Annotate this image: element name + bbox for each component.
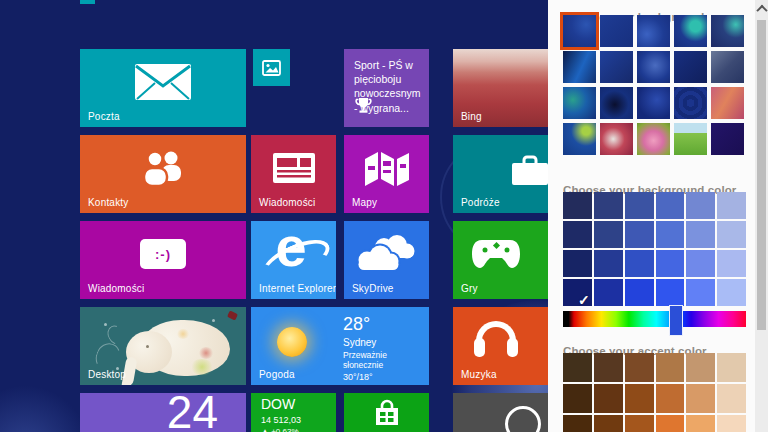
tile-photos-small[interactable] — [253, 49, 290, 86]
background-thumbnail[interactable] — [600, 123, 633, 155]
accent-color-swatch[interactable] — [563, 415, 592, 432]
scrollbar-thumb[interactable] — [757, 20, 766, 330]
accent-color-swatch[interactable] — [563, 384, 592, 413]
photo-icon — [253, 49, 290, 86]
tile-poczta[interactable]: Poczta — [80, 49, 246, 127]
background-color-swatch[interactable] — [563, 221, 592, 248]
background-thumbnail[interactable] — [637, 87, 670, 119]
tile-muzyka[interactable]: Muzyka — [453, 307, 548, 385]
tile-kalendarz[interactable]: 24 — [80, 393, 246, 432]
background-color-swatch[interactable] — [686, 192, 715, 219]
suitcase-icon — [510, 155, 548, 191]
accent-color-swatch[interactable] — [625, 353, 654, 382]
tile-skydrive[interactable]: SkyDrive — [344, 221, 429, 299]
background-thumbnail[interactable] — [674, 15, 707, 47]
tile-label: Bing — [461, 111, 482, 122]
background-thumbnail[interactable] — [674, 87, 707, 119]
tile-kontakty[interactable]: Kontakty — [80, 135, 246, 213]
hue-slider-handle[interactable] — [669, 305, 683, 336]
accent-color-swatch[interactable] — [717, 415, 746, 432]
tile-mapy[interactable]: Mapy — [344, 135, 429, 213]
background-thumbnail[interactable] — [600, 87, 633, 119]
tile-pogoda[interactable]: 28° Sydney Przeważnie słonecznie 30°/18°… — [251, 307, 429, 385]
background-thumbnail[interactable] — [563, 87, 596, 119]
background-thumbnail[interactable] — [600, 51, 633, 83]
background-color-swatch[interactable] — [594, 192, 623, 219]
tile-sklep[interactable] — [344, 393, 429, 432]
background-thumbnail[interactable] — [674, 51, 707, 83]
tile-finanse[interactable]: DOW 14 512,03 ▲ +0,63% — [251, 393, 336, 432]
accent-color-swatch[interactable] — [594, 353, 623, 382]
accent-color-swatch[interactable] — [625, 415, 654, 432]
accent-color-grid — [563, 353, 746, 432]
tile-podroze[interactable]: Podróże — [453, 135, 548, 213]
scroll-up-button[interactable] — [755, 0, 768, 18]
background-color-swatch[interactable] — [563, 250, 592, 277]
tile-wiadomosci-news[interactable]: Wiadomości — [251, 135, 336, 213]
background-thumbnail[interactable] — [563, 51, 596, 83]
background-thumbnail[interactable] — [563, 123, 596, 155]
background-color-swatch[interactable] — [686, 221, 715, 248]
background-color-swatch[interactable] — [563, 192, 592, 219]
background-thumbnail[interactable] — [637, 51, 670, 83]
background-color-swatch[interactable] — [594, 279, 623, 306]
background-color-swatch[interactable] — [717, 221, 746, 248]
accent-color-swatch[interactable] — [686, 415, 715, 432]
tile-label: Wiadomości — [259, 197, 315, 208]
background-color-swatch[interactable] — [656, 279, 685, 306]
background-color-swatch[interactable]: ✓ — [563, 279, 592, 306]
background-color-swatch[interactable] — [656, 221, 685, 248]
scrollbar[interactable] — [755, 0, 768, 432]
background-thumbnail[interactable] — [600, 15, 633, 47]
background-color-swatch[interactable] — [594, 221, 623, 248]
background-thumbnail[interactable] — [637, 123, 670, 155]
background-thumbnail[interactable] — [711, 51, 744, 83]
accent-color-swatch[interactable] — [717, 353, 746, 382]
tile-desktop[interactable]: Desktop — [80, 307, 246, 385]
background-decoration-circle — [0, 385, 90, 432]
accent-color-swatch[interactable] — [594, 415, 623, 432]
background-color-swatch[interactable] — [717, 279, 746, 306]
accent-color-swatch[interactable] — [686, 384, 715, 413]
background-color-swatch[interactable] — [686, 250, 715, 277]
accent-color-swatch[interactable] — [656, 353, 685, 382]
tile-sport-news[interactable]: Sport - PŚ w pięcioboju nowoczesnym - wy… — [344, 49, 429, 127]
weather-high-low: 30°/18° — [343, 372, 429, 382]
tile-wiadomosci-messaging[interactable]: :-) Wiadomości — [80, 221, 246, 299]
background-color-swatch[interactable] — [717, 250, 746, 277]
background-color-swatch[interactable] — [625, 192, 654, 219]
background-color-swatch[interactable] — [686, 279, 715, 306]
tile-label: Gry — [461, 283, 478, 294]
finance-summary: DOW 14 512,03 ▲ +0,63% — [261, 396, 301, 432]
tile-gry[interactable]: Gry — [453, 221, 548, 299]
accent-color-swatch[interactable] — [656, 384, 685, 413]
background-thumbnail[interactable] — [563, 15, 596, 47]
background-thumbnail[interactable] — [637, 15, 670, 47]
background-color-swatch[interactable] — [656, 250, 685, 277]
accent-color-swatch[interactable] — [563, 353, 592, 382]
partial-tile-fragment — [80, 0, 95, 4]
background-color-swatch[interactable] — [656, 192, 685, 219]
tile-alarmy[interactable] — [453, 393, 548, 432]
emoticon: :-) — [155, 247, 171, 262]
accent-color-swatch[interactable] — [594, 384, 623, 413]
tile-bing[interactable]: Bing — [453, 49, 548, 127]
sun-icon — [277, 327, 307, 357]
weather-summary: 28° Sydney Przeważnie słonecznie 30°/18° — [343, 314, 429, 382]
background-color-swatch[interactable] — [625, 221, 654, 248]
background-color-swatch[interactable] — [625, 279, 654, 306]
background-color-swatch[interactable] — [717, 192, 746, 219]
background-color-swatch[interactable] — [625, 250, 654, 277]
hue-slider-bar[interactable] — [563, 311, 746, 327]
background-thumbnail[interactable] — [711, 123, 744, 155]
background-thumbnail[interactable] — [711, 87, 744, 119]
accent-color-swatch[interactable] — [625, 384, 654, 413]
accent-color-swatch[interactable] — [656, 415, 685, 432]
background-color-swatch[interactable] — [594, 250, 623, 277]
accent-color-swatch[interactable] — [686, 353, 715, 382]
tile-label: Poczta — [88, 111, 120, 122]
accent-color-swatch[interactable] — [717, 384, 746, 413]
tile-internet-explorer[interactable]: e Internet Explorer — [251, 221, 336, 299]
background-thumbnail[interactable] — [674, 123, 707, 155]
background-thumbnail[interactable] — [711, 15, 744, 47]
